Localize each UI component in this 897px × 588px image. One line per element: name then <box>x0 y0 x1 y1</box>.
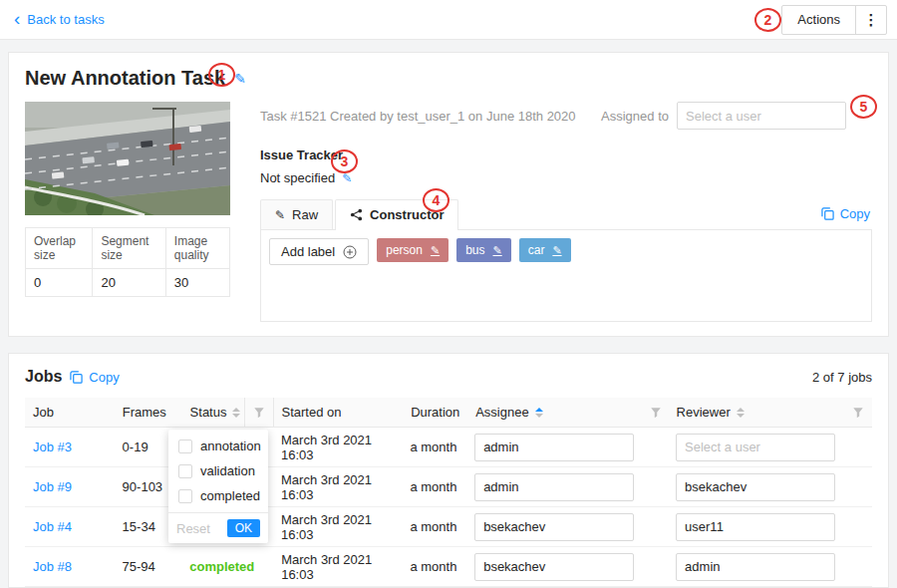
assigned-to-label: Assigned to <box>601 109 669 124</box>
filter-icon <box>253 407 265 419</box>
plus-circle-icon <box>343 245 357 259</box>
labels-tabs: ✎ Raw Constructor <box>260 199 872 230</box>
param-header-overlap: Overlap size <box>26 228 93 269</box>
column-header-frames: Frames <box>115 398 182 427</box>
copy-jobs-label: Copy <box>89 370 119 385</box>
table-row: Job #9 90-103 March 3rd 2021 16:03 a mon… <box>25 467 872 507</box>
filter-icon <box>852 407 864 419</box>
edit-label-icon[interactable]: ✎ <box>431 244 440 257</box>
task-parameters-table: Overlap size Segment size Image quality … <box>25 227 230 297</box>
tab-raw-label: Raw <box>292 207 318 222</box>
column-header-assignee[interactable]: Assignee <box>467 398 643 427</box>
label-name: car <box>528 243 545 257</box>
column-header-status[interactable]: Status <box>182 398 244 427</box>
back-to-tasks-link[interactable]: ‹ Back to tasks <box>14 12 105 28</box>
annotation-circle-1: 1 <box>208 63 235 87</box>
param-value-overlap: 0 <box>26 269 93 297</box>
checkbox[interactable] <box>178 464 192 478</box>
copy-labels-label: Copy <box>840 206 870 221</box>
edit-task-name-icon[interactable]: ✎ <box>234 71 246 87</box>
filter-option-completed[interactable]: completed <box>168 483 268 508</box>
column-header-job: Job <box>25 398 115 427</box>
jobs-table: Job Frames Status Started on Duration As… <box>25 398 872 587</box>
param-value-segment: 20 <box>93 269 165 297</box>
param-header-segment: Segment size <box>93 228 165 269</box>
assignee-input[interactable] <box>474 434 634 461</box>
task-info-column: Task #1521 Created by test_user_1 on Jun… <box>230 102 872 322</box>
labels-constructor-panel: Add label person ✎ bus ✎ car <box>260 230 872 322</box>
completed-status-label: completed <box>189 559 254 574</box>
assignee-filter-button[interactable] <box>643 398 669 427</box>
label-chip-person[interactable]: person ✎ <box>377 238 448 262</box>
reviewer-input[interactable] <box>676 473 835 501</box>
task-details-card: New Annotation Task ✎ <box>8 52 889 337</box>
task-thumbnail <box>25 102 230 215</box>
annotation-circle-4: 4 <box>423 188 449 212</box>
filter-option-label: validation <box>200 463 255 478</box>
task-page: ‹ Back to tasks Actions ⋮ New Annotation… <box>0 0 897 588</box>
annotation-circle-3: 3 <box>331 149 358 173</box>
table-row: Job #8 75-94 completed ? March 3rd 2021 … <box>25 547 872 587</box>
started-cell: March 3rd 2021 16:03 <box>273 552 402 582</box>
label-chip-car[interactable]: car ✎ <box>519 238 571 262</box>
column-header-reviewer[interactable]: Reviewer <box>669 398 844 427</box>
duration-cell: a month <box>402 440 466 454</box>
copy-icon <box>70 371 83 384</box>
param-header-quality: Image quality <box>165 228 229 269</box>
status-filter-dropdown: annotation validation completed Reset OK <box>168 430 268 543</box>
job-link[interactable]: Job #3 <box>33 440 72 454</box>
copy-icon <box>821 207 834 220</box>
reset-button[interactable]: Reset <box>176 521 210 536</box>
duration-cell: a month <box>402 519 466 534</box>
assignee-input[interactable] <box>474 553 634 581</box>
ok-button[interactable]: OK <box>227 519 260 537</box>
assignee-input[interactable] <box>474 473 634 501</box>
add-label-button[interactable]: Add label <box>269 238 369 265</box>
param-value-quality: 30 <box>165 269 229 297</box>
edit-label-icon[interactable]: ✎ <box>552 244 561 257</box>
sort-carets-icon <box>737 408 745 418</box>
actions-button-group: Actions ⋮ <box>781 5 887 35</box>
status-filter-button[interactable] <box>244 398 274 427</box>
filter-icon <box>650 407 662 419</box>
copy-jobs-button[interactable]: Copy <box>70 370 119 385</box>
issue-tracker-value: Not specified <box>260 170 335 185</box>
table-row: Job #4 15-34 March 3rd 2021 16:03 a mont… <box>25 507 872 547</box>
task-meta: Task #1521 Created by test_user_1 on Jun… <box>260 109 576 124</box>
checkbox[interactable] <box>178 489 192 503</box>
reviewer-input[interactable] <box>676 434 835 461</box>
frames-cell: 75-94 <box>115 559 182 574</box>
assignee-input[interactable] <box>474 513 634 541</box>
label-chip-bus[interactable]: bus ✎ <box>456 238 511 262</box>
filter-option-label: annotation <box>200 439 261 453</box>
jobs-count: 2 of 7 jobs <box>812 370 872 385</box>
edit-label-icon[interactable]: ✎ <box>493 244 502 257</box>
task-title: New Annotation Task <box>25 67 225 90</box>
duration-cell: a month <box>402 479 466 494</box>
copy-labels-button[interactable]: Copy <box>821 206 872 229</box>
duration-cell: a month <box>402 559 466 574</box>
sort-carets-icon <box>232 408 240 418</box>
job-link[interactable]: Job #8 <box>33 559 72 574</box>
column-header-started: Started on <box>274 398 404 427</box>
task-assignee-select[interactable] <box>677 102 846 130</box>
checkbox[interactable] <box>178 440 192 453</box>
status-column-label: Status <box>190 405 227 420</box>
filter-option-validation[interactable]: validation <box>168 458 268 483</box>
started-cell: March 3rd 2021 16:03 <box>273 472 402 502</box>
job-link[interactable]: Job #9 <box>33 479 72 494</box>
tab-raw[interactable]: ✎ Raw <box>260 199 333 229</box>
more-vertical-icon: ⋮ <box>864 11 879 29</box>
assignee-column-label: Assignee <box>475 405 528 420</box>
reviewer-filter-button[interactable] <box>843 398 872 427</box>
job-link[interactable]: Job #4 <box>33 519 72 534</box>
more-menu-button[interactable]: ⋮ <box>856 6 886 34</box>
reviewer-input[interactable] <box>676 553 835 581</box>
status-cell: completed ? <box>181 559 243 574</box>
filter-option-annotation[interactable]: annotation <box>168 434 268 458</box>
reviewer-input[interactable] <box>676 513 835 541</box>
add-label-text: Add label <box>281 244 335 259</box>
jobs-card: Jobs Copy 2 of 7 jobs Job Frames Status <box>8 353 889 588</box>
label-name: bus <box>465 243 484 257</box>
actions-button[interactable]: Actions <box>782 6 856 34</box>
